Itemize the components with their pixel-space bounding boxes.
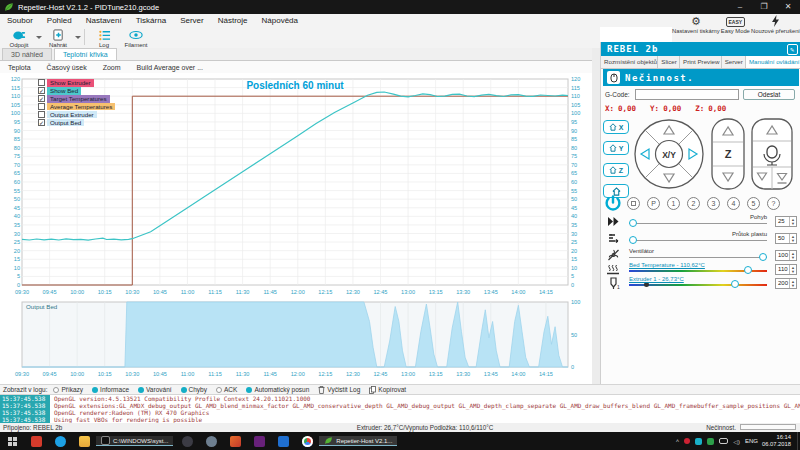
spinner-arrows-icon[interactable]: ▲▼ xyxy=(789,279,796,288)
log-button-informace[interactable]: Informace xyxy=(92,386,129,393)
speed-value-input[interactable]: 25▲▼ xyxy=(775,216,797,227)
taskbar-app-git[interactable] xyxy=(175,432,199,450)
bed-temp-slider[interactable] xyxy=(629,270,767,272)
gcode-send-button[interactable]: Odeslat xyxy=(743,89,795,100)
chart-menu-build-average-over[interactable]: Build Average over ... xyxy=(129,64,211,71)
panel-tab-manualni-ovladani[interactable]: Manuální ovládání xyxy=(746,56,800,68)
filament-button[interactable]: Filament xyxy=(120,27,152,48)
extruder-temp-label[interactable]: Extruder 1 - 26,73°C xyxy=(629,276,684,282)
log-button-automaticky-posun[interactable]: Automatický posun xyxy=(246,386,309,393)
legend-checkbox-output-extruder[interactable] xyxy=(38,111,45,118)
extruder-temp-slider[interactable] xyxy=(629,284,767,286)
menu-nastroje[interactable]: Nástroje xyxy=(211,16,255,25)
taskbar-app-skype[interactable] xyxy=(48,432,72,450)
volume-icon[interactable]: ◁) xyxy=(733,438,740,445)
disconnect-button[interactable]: Odpojit xyxy=(3,27,35,48)
log-button-vycistit-log[interactable]: Vyčistit Log xyxy=(318,386,360,394)
taskbar-app-antivirus[interactable] xyxy=(24,432,48,450)
emergency-stop-button[interactable]: Nouzové přerušení xyxy=(751,15,800,45)
macro-button-1[interactable]: 1 xyxy=(667,197,680,210)
edit-printer-icon[interactable]: ✎ xyxy=(787,44,798,55)
bed-temp-value-input[interactable]: 110▲▼ xyxy=(775,264,797,275)
fan-slider[interactable] xyxy=(629,257,767,258)
menu-tiskarna[interactable]: Tiskárna xyxy=(129,16,173,25)
network-icon[interactable] xyxy=(719,438,728,444)
log-output[interactable]: 15:37:45.538OpenGL version:4.5.13521 Com… xyxy=(0,395,800,423)
xy-move-pad[interactable]: X/Y xyxy=(633,118,705,190)
start-button[interactable] xyxy=(0,432,24,450)
tray-arrow-icon[interactable]: ˄ xyxy=(676,438,680,444)
macro-button-p[interactable]: P xyxy=(647,197,660,210)
menu-server[interactable]: Server xyxy=(173,16,211,25)
macro-button-4[interactable]: 4 xyxy=(727,197,740,210)
spinner-arrows-icon[interactable]: ▲▼ xyxy=(789,234,796,243)
spinner-arrows-icon[interactable]: ▲▼ xyxy=(789,265,796,274)
tray-dot-red-icon[interactable] xyxy=(684,438,690,444)
speed-slider[interactable] xyxy=(629,223,767,224)
taskbar-clock[interactable]: 16:14 06.07.2018 xyxy=(762,434,791,448)
macro-button-3[interactable]: 3 xyxy=(707,197,720,210)
log-button-kopirovat[interactable]: Kopírovat xyxy=(369,386,406,394)
language-indicator[interactable]: ENG xyxy=(745,438,758,444)
stop-motors-button[interactable] xyxy=(627,197,640,210)
taskbar-app-mail[interactable] xyxy=(271,432,295,450)
taskbar-app-vs[interactable] xyxy=(247,432,271,450)
extruder-temp-value-input[interactable]: 200▲▼ xyxy=(775,278,797,289)
log-button-ack[interactable]: ACK xyxy=(216,386,237,393)
legend-checkbox-average-temperatures[interactable] xyxy=(38,103,45,110)
log-button-prikazy[interactable]: Příkazy xyxy=(53,386,83,393)
chart-menu-zoom[interactable]: Zoom xyxy=(95,64,129,71)
extruder-pad[interactable] xyxy=(751,118,793,190)
flow-slider-handle[interactable] xyxy=(629,236,637,244)
home-z-button[interactable]: Z xyxy=(603,163,629,177)
extruder-temp-slider-handle[interactable] xyxy=(731,280,739,288)
log-button-varovani[interactable]: Varování xyxy=(138,386,172,393)
taskbar-app-chrome[interactable] xyxy=(295,432,319,450)
easy-mode-button[interactable]: EASY Easy Mode xyxy=(721,15,750,45)
tab-3d-view[interactable]: 3D náhled xyxy=(2,48,52,60)
menu-napoveda[interactable]: Nápověda xyxy=(255,16,305,25)
menu-nastaveni[interactable]: Nastavení xyxy=(79,16,129,25)
fan-slider-handle[interactable] xyxy=(759,253,767,261)
flow-slider[interactable] xyxy=(629,240,767,241)
legend-checkbox-output-bed[interactable]: ✓ xyxy=(38,119,45,126)
panel-tab-rozmisteni-objektu[interactable]: Rozmístění objektů xyxy=(601,56,658,68)
tray-green-icon[interactable] xyxy=(707,438,714,445)
menu-soubor[interactable]: Soubor xyxy=(0,16,40,25)
macro-button-help[interactable]: ? xyxy=(767,197,780,210)
load-dropdown[interactable] xyxy=(74,27,81,48)
legend-checkbox-show-bed[interactable]: ✓ xyxy=(38,87,45,94)
output-chart[interactable]: 09:3009:4510:0010:1510:3010:4511:0011:15… xyxy=(2,299,592,384)
log-button-chyby[interactable]: Chyby xyxy=(181,386,207,393)
legend-checkbox-target-temperatures[interactable]: ✓ xyxy=(38,95,45,102)
minimize-button[interactable]: – xyxy=(728,0,752,14)
tray-app-icon[interactable] xyxy=(695,438,702,445)
panel-splitter[interactable] xyxy=(592,48,600,384)
bed-temp-label[interactable]: Bed Temperature - 110,62°C xyxy=(629,262,705,268)
macro-button-5[interactable]: 5 xyxy=(747,197,760,210)
taskbar-app-explorer[interactable] xyxy=(72,432,96,450)
home-y-button[interactable]: Y xyxy=(603,141,629,155)
gcode-input[interactable] xyxy=(635,89,739,100)
panel-tab-slicer[interactable]: Slicer xyxy=(658,56,680,68)
printer-settings-button[interactable]: ⚙ Nastavení tiskárny xyxy=(672,15,720,45)
taskbar-app-tools[interactable] xyxy=(199,432,223,450)
bed-temp-slider-handle[interactable] xyxy=(744,266,752,274)
taskbar-task-cmd[interactable]: C:\WINDOWS\syst... xyxy=(96,436,173,446)
panel-tab-print-preview[interactable]: Print Preview xyxy=(680,56,722,68)
taskbar-task-repetier[interactable]: Repetier-Host V2.1... xyxy=(319,436,397,446)
spinner-arrows-icon[interactable]: ▲▼ xyxy=(789,217,796,226)
z-move-pad[interactable]: Z xyxy=(711,118,745,190)
chart-menu-teplota[interactable]: Teplota xyxy=(0,64,39,71)
speed-slider-handle[interactable] xyxy=(629,219,637,227)
fan-value-input[interactable]: 100▲▼ xyxy=(775,250,797,261)
home-x-button[interactable]: X xyxy=(603,120,629,134)
log-toggle-button[interactable]: Log xyxy=(88,27,120,48)
load-button[interactable]: Nahrát xyxy=(42,27,74,48)
power-button[interactable] xyxy=(604,195,622,211)
legend-checkbox-show-extruder[interactable] xyxy=(38,79,45,86)
chart-menu-casovy-usek[interactable]: Časový úsek xyxy=(39,64,95,71)
taskbar-app-media[interactable] xyxy=(223,432,247,450)
tab-temperature-curve[interactable]: Teplotní křivka xyxy=(54,48,117,60)
macro-button-2[interactable]: 2 xyxy=(687,197,700,210)
